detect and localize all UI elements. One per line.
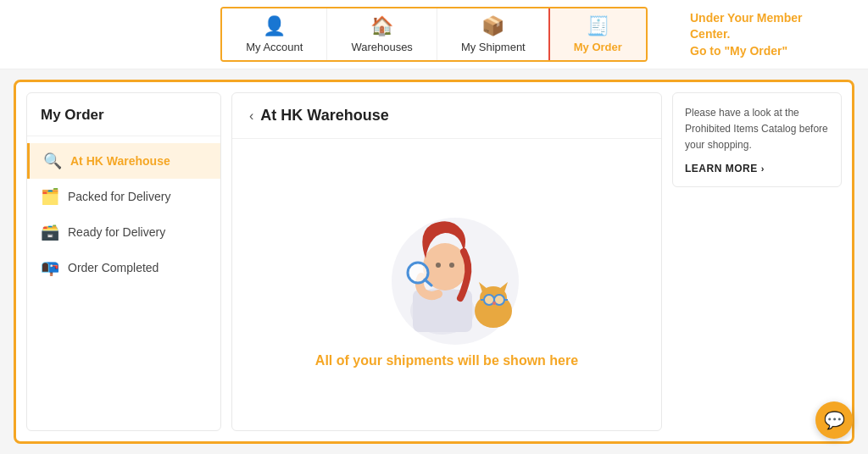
sidebar-item-at-hk-warehouse[interactable]: 🔍 At HK Warehouse bbox=[27, 143, 220, 179]
nav-item-my-order[interactable]: 🧾 My Order bbox=[548, 7, 648, 62]
warehouse-icon: 🏠 bbox=[370, 15, 393, 37]
panel-header: ‹ At HK Warehouse bbox=[232, 93, 661, 139]
warehouse-nav-icon: 🔍 bbox=[43, 152, 62, 170]
back-arrow[interactable]: ‹ bbox=[249, 108, 253, 124]
sidebar-item-packed-delivery[interactable]: 🗂️ Packed for Delivery bbox=[27, 179, 220, 214]
nav-item-warehouses[interactable]: 🏠 Warehouses bbox=[327, 8, 437, 60]
nav-item-my-shipment[interactable]: 📦 My Shipment bbox=[437, 8, 550, 60]
main-content: My Order 🔍 At HK Warehouse 🗂️ Packed for… bbox=[0, 69, 868, 454]
packed-icon: 🗂️ bbox=[41, 187, 59, 206]
sidebar-label-packed: Packed for Delivery bbox=[68, 190, 170, 203]
sidebar-label-hk-warehouse: At HK Warehouse bbox=[70, 154, 170, 168]
info-text: Please have a look at the Prohibited Ite… bbox=[685, 105, 829, 154]
empty-illustration bbox=[370, 201, 523, 336]
nav-label-account: My Account bbox=[246, 41, 303, 53]
nav-hint: Under Your Member Center. Go to "My Orde… bbox=[690, 9, 843, 59]
nav-label-shipment: My Shipment bbox=[461, 41, 526, 53]
chat-button[interactable]: 💬 bbox=[815, 401, 853, 439]
sidebar-label-ready: Ready for Delivery bbox=[68, 225, 165, 239]
shipment-icon: 📦 bbox=[481, 15, 504, 37]
ready-icon: 🗃️ bbox=[41, 223, 59, 241]
completed-icon: 📭 bbox=[41, 258, 59, 277]
nav-items-wrapper: 👤 My Account 🏠 Warehouses 📦 My Shipment … bbox=[220, 7, 648, 62]
learn-more-button[interactable]: LEARN MORE › bbox=[685, 163, 829, 174]
svg-point-5 bbox=[449, 263, 454, 268]
order-icon: 🧾 bbox=[587, 15, 609, 37]
account-icon: 👤 bbox=[263, 15, 286, 37]
center-panel: ‹ At HK Warehouse bbox=[231, 92, 662, 431]
right-panel: Please have a look at the Prohibited Ite… bbox=[672, 92, 842, 431]
top-nav: 👤 My Account 🏠 Warehouses 📦 My Shipment … bbox=[0, 0, 868, 69]
chat-icon: 💬 bbox=[824, 410, 845, 430]
nav-label-warehouses: Warehouses bbox=[351, 41, 413, 53]
sidebar: My Order 🔍 At HK Warehouse 🗂️ Packed for… bbox=[26, 92, 221, 431]
nav-hint-line1: Under Your Member Center. bbox=[690, 10, 803, 41]
info-box: Please have a look at the Prohibited Ite… bbox=[672, 92, 842, 187]
sidebar-label-completed: Order Completed bbox=[68, 261, 159, 274]
sidebar-item-ready-delivery[interactable]: 🗃️ Ready for Delivery bbox=[27, 214, 220, 250]
svg-point-17 bbox=[492, 302, 496, 305]
chevron-right-icon: › bbox=[761, 163, 765, 174]
nav-hint-line2: Go to "My Order" bbox=[690, 43, 787, 57]
nav-label-order: My Order bbox=[574, 41, 622, 53]
svg-point-4 bbox=[436, 263, 441, 268]
learn-more-label: LEARN MORE bbox=[685, 163, 758, 174]
panel-title: At HK Warehouse bbox=[260, 107, 388, 125]
empty-message: All of your shipments will be shown here bbox=[315, 353, 578, 368]
sidebar-item-order-completed[interactable]: 📭 Order Completed bbox=[27, 250, 220, 285]
nav-item-my-account[interactable]: 👤 My Account bbox=[222, 8, 327, 60]
main-wrapper: My Order 🔍 At HK Warehouse 🗂️ Packed for… bbox=[14, 80, 854, 444]
panel-body: All of your shipments will be shown here bbox=[232, 139, 661, 430]
sidebar-title: My Order bbox=[27, 107, 220, 136]
